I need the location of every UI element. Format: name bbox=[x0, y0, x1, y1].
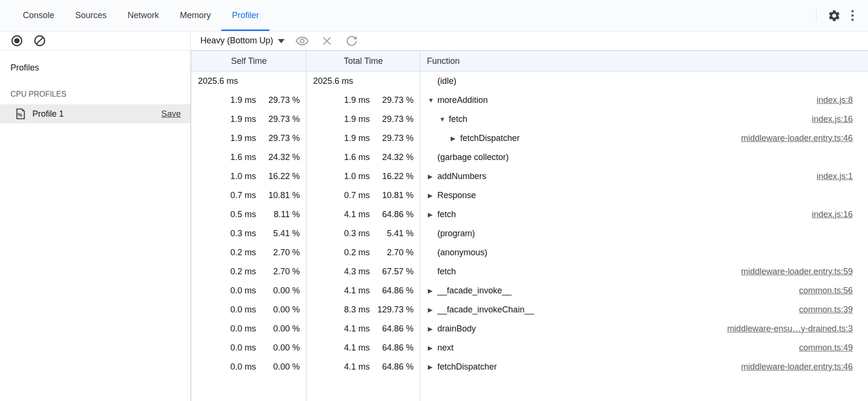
profile-data-grid: Self Time Total Time Function 2025.6 ms2… bbox=[191, 50, 868, 401]
source-link[interactable]: common.ts:39 bbox=[789, 305, 853, 315]
table-row[interactable]: 0.2 ms2.70 %4.3 ms67.57 %fetchmiddleware… bbox=[191, 262, 868, 281]
source-link[interactable]: middleware-loader.entry.ts:46 bbox=[731, 362, 853, 372]
settings-gear-icon[interactable] bbox=[825, 7, 843, 25]
toolbar-divider bbox=[816, 10, 817, 22]
total-time-cell: 8.3 ms129.73 % bbox=[306, 300, 420, 319]
function-name: Response bbox=[437, 190, 476, 200]
view-mode-dropdown[interactable]: Heavy (Bottom Up) bbox=[198, 36, 286, 46]
collapsed-arrow-icon[interactable]: ▶ bbox=[428, 344, 437, 351]
collapsed-arrow-icon[interactable]: ▶ bbox=[428, 306, 437, 313]
time-percent-value: 64.86 % bbox=[370, 362, 414, 372]
table-row[interactable]: 0.7 ms10.81 %0.7 ms10.81 %▶Response bbox=[191, 186, 868, 205]
collapsed-arrow-icon[interactable]: ▶ bbox=[428, 211, 437, 218]
record-button[interactable] bbox=[8, 32, 26, 50]
collapsed-arrow-icon[interactable]: ▶ bbox=[451, 135, 460, 142]
profile-item[interactable]: % Profile 1 Save bbox=[0, 104, 190, 123]
function-cell: ▶fetchDispatchermiddleware-loader.entry.… bbox=[420, 357, 868, 376]
collapsed-arrow-icon[interactable]: ▶ bbox=[428, 363, 437, 371]
header-total-time[interactable]: Total Time bbox=[306, 56, 420, 66]
function-cell: ▶fetchindex.js:16 bbox=[420, 205, 868, 224]
header-self-time[interactable]: Self Time bbox=[191, 56, 306, 66]
tab-memory[interactable]: Memory bbox=[169, 0, 221, 31]
table-row[interactable]: 1.9 ms29.73 %1.9 ms29.73 %▶fetchDispatch… bbox=[191, 129, 868, 148]
clear-profiles-button[interactable] bbox=[30, 32, 49, 50]
function-name: moreAddition bbox=[437, 95, 488, 105]
expanded-arrow-icon[interactable]: ▼ bbox=[428, 97, 437, 104]
source-link[interactable]: index.js:16 bbox=[802, 210, 853, 220]
table-row[interactable]: 0.0 ms0.00 %4.1 ms64.86 %▶__facade_invok… bbox=[191, 281, 868, 300]
time-ms-value: 4.1 ms bbox=[313, 286, 370, 296]
table-row[interactable]: 1.6 ms24.32 %1.6 ms24.32 %(garbage colle… bbox=[191, 148, 868, 167]
save-profile-link[interactable]: Save bbox=[161, 109, 181, 119]
table-row[interactable]: 0.0 ms0.00 %4.1 ms64.86 %▶fetchDispatche… bbox=[191, 357, 868, 376]
collapsed-arrow-icon[interactable]: ▶ bbox=[428, 192, 437, 199]
table-row[interactable]: 1.9 ms29.73 %1.9 ms29.73 %▼moreAdditioni… bbox=[191, 90, 868, 110]
time-ms-value: 4.1 ms bbox=[313, 362, 370, 372]
exclude-x-icon[interactable] bbox=[318, 32, 336, 50]
table-row[interactable]: 0.2 ms2.70 %0.2 ms2.70 %(anonymous) bbox=[191, 243, 868, 262]
time-percent-value: 16.22 % bbox=[370, 171, 414, 181]
collapsed-arrow-icon[interactable]: ▶ bbox=[428, 173, 437, 180]
table-row[interactable]: 0.3 ms5.41 %0.3 ms5.41 %(program) bbox=[191, 224, 868, 243]
time-ms-value: 0.2 ms bbox=[198, 248, 256, 258]
self-time-cell: 1.9 ms29.73 % bbox=[191, 110, 306, 129]
tab-console[interactable]: Console bbox=[12, 0, 65, 31]
self-time-cell: 2025.6 ms bbox=[191, 71, 306, 90]
function-name: fetch bbox=[437, 267, 456, 277]
table-row[interactable]: 0.0 ms0.00 %8.3 ms129.73 %▶__facade_invo… bbox=[191, 300, 868, 319]
table-row[interactable]: 0.5 ms8.11 %4.1 ms64.86 %▶fetchindex.js:… bbox=[191, 205, 868, 224]
function-cell: ▶__facade_invokeChain__common.ts:39 bbox=[420, 300, 868, 319]
column-divider[interactable] bbox=[420, 50, 420, 401]
self-time-cell: 1.9 ms29.73 % bbox=[191, 90, 306, 110]
tab-profiler[interactable]: Profiler bbox=[221, 0, 269, 31]
collapsed-arrow-icon[interactable]: ▶ bbox=[428, 287, 437, 294]
function-name: __facade_invoke__ bbox=[437, 286, 512, 296]
source-link[interactable]: index.js:16 bbox=[802, 114, 853, 124]
expanded-arrow-icon[interactable]: ▼ bbox=[439, 116, 449, 123]
collapsed-arrow-icon[interactable]: ▶ bbox=[428, 325, 437, 332]
header-function[interactable]: Function bbox=[420, 56, 868, 66]
function-name: (garbage collector) bbox=[437, 152, 509, 162]
self-time-cell: 0.2 ms2.70 % bbox=[191, 262, 306, 281]
table-row[interactable]: 2025.6 ms2025.6 ms(idle) bbox=[191, 71, 868, 90]
time-percent-value: 29.73 % bbox=[370, 114, 414, 124]
table-row[interactable]: 1.9 ms29.73 %1.9 ms29.73 %▼fetchindex.js… bbox=[191, 110, 868, 129]
chevron-down-icon bbox=[278, 39, 285, 43]
time-ms-value: 1.6 ms bbox=[198, 152, 256, 162]
source-link[interactable]: middleware-loader.entry.ts:46 bbox=[731, 133, 853, 143]
restore-refresh-icon[interactable] bbox=[343, 32, 361, 50]
focus-eye-icon[interactable] bbox=[293, 32, 311, 50]
time-percent-value: 5.41 % bbox=[256, 229, 300, 239]
function-cell: (program) bbox=[420, 224, 868, 243]
function-cell: ▶nextcommon.ts:49 bbox=[420, 338, 868, 357]
function-name: fetch bbox=[449, 114, 467, 124]
source-link[interactable]: common.ts:56 bbox=[789, 286, 853, 296]
total-time-cell: 1.9 ms29.73 % bbox=[306, 90, 420, 110]
source-link[interactable]: index.js:8 bbox=[807, 95, 853, 105]
total-time-cell: 0.2 ms2.70 % bbox=[306, 243, 420, 262]
time-ms-value: 0.0 ms bbox=[198, 324, 256, 334]
source-link[interactable]: common.ts:49 bbox=[789, 343, 853, 353]
source-link[interactable]: middleware-loader.entry.ts:59 bbox=[731, 267, 853, 277]
tab-network[interactable]: Network bbox=[117, 0, 169, 31]
time-ms-value: 0.3 ms bbox=[313, 229, 370, 239]
self-time-cell: 0.3 ms5.41 % bbox=[191, 224, 306, 243]
time-ms-value: 1.9 ms bbox=[198, 114, 256, 124]
time-ms-value: 0.7 ms bbox=[313, 190, 370, 200]
source-link[interactable]: middleware-ensu…y-drained.ts:3 bbox=[718, 324, 853, 334]
time-ms-value: 0.7 ms bbox=[198, 190, 256, 200]
table-row[interactable]: 0.0 ms0.00 %4.1 ms64.86 %▶drainBodymiddl… bbox=[191, 319, 868, 338]
kebab-menu-icon[interactable] bbox=[843, 7, 861, 25]
profile-name: Profile 1 bbox=[32, 109, 64, 119]
table-row[interactable]: 1.0 ms16.22 %1.0 ms16.22 %▶addNumbersind… bbox=[191, 167, 868, 186]
time-percent-value: 29.73 % bbox=[256, 114, 300, 124]
total-time-cell: 4.1 ms64.86 % bbox=[306, 357, 420, 376]
time-ms-value: 8.3 ms bbox=[313, 305, 370, 315]
table-row[interactable]: 0.0 ms0.00 %4.1 ms64.86 %▶nextcommon.ts:… bbox=[191, 338, 868, 357]
total-time-cell: 4.1 ms64.86 % bbox=[306, 319, 420, 338]
tab-sources[interactable]: Sources bbox=[65, 0, 117, 31]
column-divider[interactable] bbox=[306, 50, 306, 401]
source-link[interactable]: index.js:1 bbox=[807, 171, 853, 181]
function-name: (anonymous) bbox=[437, 248, 487, 258]
total-time-cell: 1.6 ms24.32 % bbox=[306, 148, 420, 167]
